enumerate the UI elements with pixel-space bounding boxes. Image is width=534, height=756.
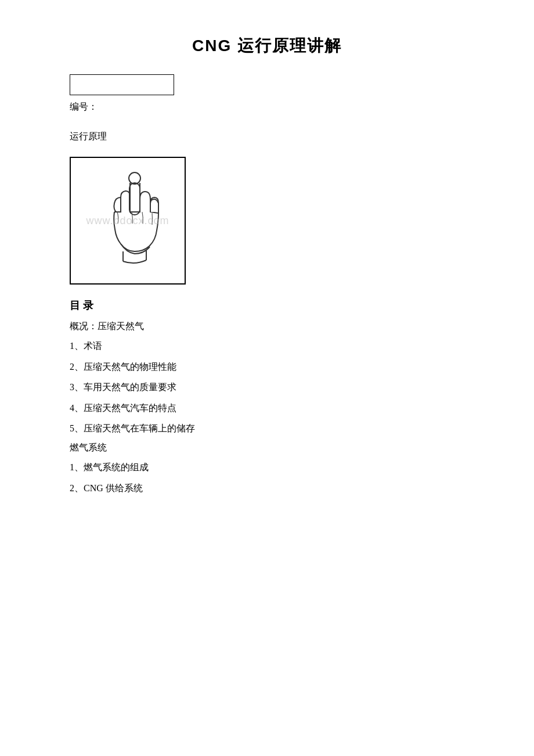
toc-item-1-2: 2、压缩天然气的物理性能 [70, 359, 464, 375]
label-biaohao: 编号： [70, 101, 464, 113]
toc-item-1-4: 4、压缩天然气汽车的特点 [70, 401, 464, 416]
toc-group-2: 燃气系统 1、燃气系统的组成 2、CNG 供给系统 [70, 442, 464, 495]
toc-item-1-3: 3、车用天然气的质量要求 [70, 380, 464, 395]
toc-group-1-header: 概况：压缩天然气 [70, 321, 464, 333]
svg-rect-1 [129, 183, 140, 215]
toc-item-2-1: 1、燃气系统的组成 [70, 460, 464, 475]
page-title: CNG 运行原理讲解 [70, 35, 464, 57]
toc-item-2-2: 2、CNG 供给系统 [70, 481, 464, 496]
toc-group-1: 概况：压缩天然气 1、术语 2、压缩天然气的物理性能 3、车用天然气的质量要求 … [70, 321, 464, 436]
label-yuanli: 运行原理 [70, 131, 464, 143]
toc-item-1-1: 1、术语 [70, 339, 464, 354]
hand-icon [81, 165, 174, 276]
number-input[interactable] [70, 74, 174, 95]
toc-item-1-5: 5、压缩天然气在车辆上的储存 [70, 421, 464, 436]
toc-group-2-header: 燃气系统 [70, 442, 464, 454]
toc-header: 目 录 [70, 298, 464, 312]
cover-image: www.bdocx.com [70, 157, 186, 285]
